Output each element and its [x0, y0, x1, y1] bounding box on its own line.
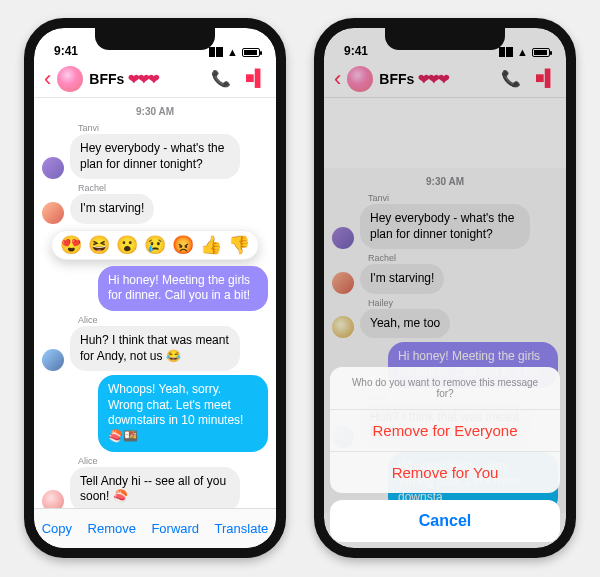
reaction-angry[interactable]: 😡	[172, 236, 194, 254]
sender-label: Alice	[78, 315, 268, 325]
message-bubble[interactable]: Whoops! Yeah, sorry. Wrong chat. Let's m…	[98, 375, 268, 451]
reaction-sad[interactable]: 😢	[144, 236, 166, 254]
avatar[interactable]	[42, 157, 64, 179]
signal-icon	[209, 47, 223, 57]
sender-label: Tanvi	[78, 123, 268, 133]
message-row: Hey everybody - what's the plan for dinn…	[42, 134, 268, 179]
avatar[interactable]	[42, 202, 64, 224]
message-bubble-selected[interactable]: Hi honey! Meeting the girls for dinner. …	[98, 266, 268, 311]
reaction-thumbs-up[interactable]: 👍	[200, 236, 222, 254]
chat-header: ‹ BFFs ❤❤❤ 📞 ■▌	[34, 60, 276, 98]
message-row: I'm starving!	[42, 194, 268, 224]
message-bubble[interactable]: Hey everybody - what's the plan for dinn…	[70, 134, 240, 179]
message-action-bar: Copy Remove Forward Translate	[34, 508, 276, 548]
status-indicators: ▲	[209, 46, 260, 58]
hearts-icon: ❤❤❤	[128, 71, 158, 87]
chat-name: BFFs	[89, 71, 124, 87]
phone-right: 9:41 ▲ ‹ BFFs ❤❤❤ 📞 ■▌ 9:30 AM Tanvi	[314, 18, 576, 558]
sender-label: Rachel	[78, 183, 268, 193]
message-row: Huh? I think that was meant for Andy, no…	[42, 326, 268, 371]
reaction-thumbs-down[interactable]: 👎	[228, 236, 250, 254]
remove-for-you-button[interactable]: Remove for You	[330, 452, 560, 493]
status-time: 9:41	[54, 44, 78, 58]
battery-icon	[242, 48, 260, 57]
reaction-laugh[interactable]: 😆	[88, 236, 110, 254]
remove-button[interactable]: Remove	[88, 521, 136, 536]
audio-call-icon[interactable]: 📞	[211, 69, 231, 88]
chat-avatar[interactable]	[57, 66, 83, 92]
remove-for-everyone-button[interactable]: Remove for Everyone	[330, 410, 560, 452]
reaction-heart-eyes[interactable]: 😍	[60, 236, 82, 254]
message-bubble[interactable]: I'm starving!	[70, 194, 154, 224]
screen-left: 9:41 ▲ ‹ BFFs ❤❤❤ 📞 ■▌ 9:30 AM Tanvi	[34, 28, 276, 548]
message-row: Hi honey! Meeting the girls for dinner. …	[42, 266, 268, 311]
timestamp: 9:30 AM	[42, 106, 268, 117]
forward-button[interactable]: Forward	[151, 521, 199, 536]
message-row: Whoops! Yeah, sorry. Wrong chat. Let's m…	[42, 375, 268, 451]
message-row: Tell Andy hi -- see all of you soon! 🍣	[42, 467, 268, 512]
message-bubble[interactable]: Tell Andy hi -- see all of you soon! 🍣	[70, 467, 240, 512]
reaction-wow[interactable]: 😮	[116, 236, 138, 254]
cancel-button[interactable]: Cancel	[330, 500, 560, 542]
sender-label: Alice	[78, 456, 268, 466]
chat-title[interactable]: BFFs ❤❤❤	[89, 71, 158, 87]
wifi-icon: ▲	[227, 46, 238, 58]
action-sheet-prompt: Who do you want to remove this message f…	[330, 367, 560, 410]
action-sheet: Who do you want to remove this message f…	[330, 367, 560, 542]
screen-right: 9:41 ▲ ‹ BFFs ❤❤❤ 📞 ■▌ 9:30 AM Tanvi	[324, 28, 566, 548]
notch	[385, 28, 505, 50]
phone-left: 9:41 ▲ ‹ BFFs ❤❤❤ 📞 ■▌ 9:30 AM Tanvi	[24, 18, 286, 558]
copy-button[interactable]: Copy	[42, 521, 72, 536]
video-call-icon[interactable]: ■▌	[245, 69, 266, 88]
notch	[95, 28, 215, 50]
avatar[interactable]	[42, 349, 64, 371]
chat-area-left[interactable]: 9:30 AM Tanvi Hey everybody - what's the…	[34, 98, 276, 548]
back-button[interactable]: ‹	[44, 66, 57, 92]
reaction-picker[interactable]: 😍 😆 😮 😢 😡 👍 👎	[51, 230, 259, 260]
message-bubble[interactable]: Huh? I think that was meant for Andy, no…	[70, 326, 240, 371]
translate-button[interactable]: Translate	[215, 521, 269, 536]
action-sheet-group: Who do you want to remove this message f…	[330, 367, 560, 493]
